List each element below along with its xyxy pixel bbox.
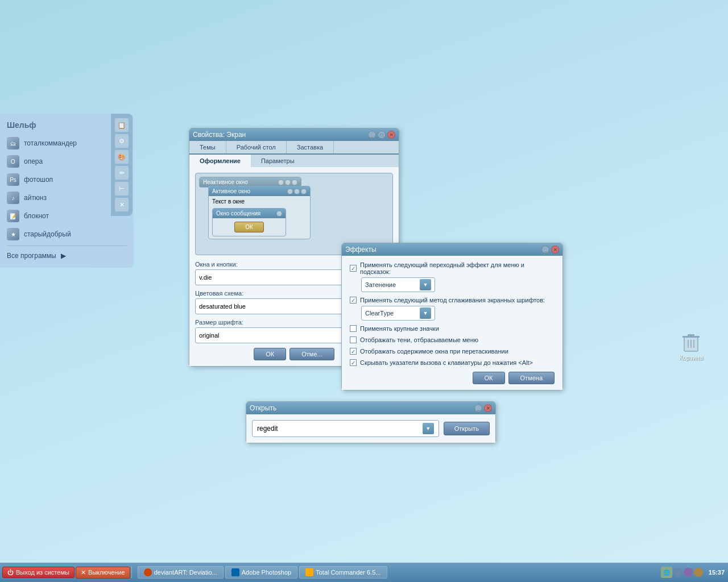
- hide-keys-label: Скрывать указатели вызова с клавиатуры д…: [360, 359, 533, 366]
- shelf-item-label: тоталкоммандер: [24, 139, 77, 147]
- taskbar-item-label: Adobe Photoshop: [242, 569, 291, 576]
- shelf-item-label: фотошоп: [24, 176, 53, 184]
- tray-icon-3[interactable]: [684, 568, 693, 577]
- all-programs-label: Все программы: [7, 252, 56, 260]
- shelf-item-label: айтюнз: [24, 194, 47, 202]
- checkbox-hide-keys[interactable]: [350, 359, 357, 366]
- open-button[interactable]: Открыть: [444, 422, 490, 435]
- effects-cancel-button[interactable]: Отмена: [508, 372, 555, 384]
- display-props-subtabs: Оформление Параметры: [189, 155, 399, 167]
- preview-text: Текст в окне: [212, 198, 245, 205]
- checkbox-transition[interactable]: [350, 265, 357, 272]
- transition-label: Применять следующий переходный эффект дл…: [360, 261, 555, 275]
- taskbar-item-photoshop[interactable]: Adobe Photoshop: [225, 566, 297, 579]
- smoothing-select-row: ClearType ▼: [350, 306, 555, 321]
- open-input[interactable]: regedit ▼: [252, 420, 439, 437]
- preview-ok-button[interactable]: ОК: [234, 222, 264, 232]
- tray-icon-1[interactable]: 🌐: [661, 567, 672, 578]
- taskbar-start-group: ⏻ Выход из системы ✕ Выключение: [2, 567, 130, 579]
- transition-value: Затенение: [365, 281, 396, 288]
- open-input-value: regedit: [257, 425, 278, 433]
- logout-button[interactable]: ⏻ Выход из системы: [2, 567, 75, 578]
- shutdown-label: Выключение: [88, 569, 125, 576]
- close-button[interactable]: ✕: [387, 131, 395, 139]
- shelf-right-icon-4[interactable]: ✏: [115, 166, 129, 180]
- tab-screensaver[interactable]: Заставка: [287, 141, 334, 153]
- desktop: Шельф 🗂 тоталкоммандер O опера Ps фотошо…: [0, 0, 728, 582]
- display-props-ok-button[interactable]: ОК: [254, 348, 286, 360]
- taskbar-item-commander[interactable]: Total Commander 6.5...: [299, 566, 387, 579]
- open-input-arrow[interactable]: ▼: [423, 423, 434, 434]
- effects-option-drag-label: Отображать содержимое окна при перетаски…: [350, 348, 555, 355]
- pw-btn: [285, 180, 291, 185]
- effects-option-drag: Отображать содержимое окна при перетаски…: [350, 348, 555, 355]
- shutdown-button[interactable]: ✕ Выключение: [76, 567, 130, 579]
- effects-buttons: ОК Отмена: [350, 372, 555, 384]
- taskbar-items: deviantART: Deviatio... Adobe Photoshop …: [138, 566, 387, 579]
- shelf-all-programs[interactable]: Все программы ▶: [0, 248, 134, 263]
- shelf-right-icon-2[interactable]: ⚙: [115, 134, 129, 148]
- effects-option-hide-keys-label: Скрывать указатели вызова с клавиатуры д…: [350, 359, 555, 366]
- tab-desktop[interactable]: Рабочий стол: [226, 141, 287, 153]
- arrow-icon: ▶: [61, 252, 66, 260]
- checkbox-smoothing[interactable]: [350, 297, 357, 304]
- shelf-item-label: блокнот: [24, 212, 49, 220]
- preview-active-titlebar: Активное окно: [209, 186, 310, 196]
- shelf-right-icon-1[interactable]: 📋: [115, 118, 129, 132]
- checkbox-drag[interactable]: [350, 348, 357, 355]
- effects-option-large-icons: Применять крупные значки: [350, 325, 555, 332]
- display-props-cancel-button[interactable]: Отме...: [289, 348, 334, 360]
- logout-label: Выход из системы: [16, 569, 69, 576]
- shutdown-icon: ✕: [81, 569, 86, 576]
- effects-titlebar[interactable]: Эффекты _ ✕: [342, 243, 562, 256]
- minimize-button[interactable]: _: [368, 131, 376, 139]
- trash-icon[interactable]: Корзина: [677, 330, 705, 363]
- effects-option-smoothing-label: Применять следующий метод сглаживания эк…: [350, 297, 555, 304]
- effects-option-transition: Применять следующий переходный эффект дл…: [350, 261, 555, 292]
- checkbox-shadows[interactable]: [350, 336, 357, 343]
- shelf-right-icons: 📋 ⚙ 🎨 ✏ ⊢ ✕: [111, 114, 133, 216]
- effects-option-shadows: Отображать тени, отбрасываемые меню: [350, 336, 555, 343]
- preview-active-window: Активное окно Текст в окне Окно сообще: [208, 186, 311, 239]
- color-scheme-value: desaturated blue: [199, 303, 246, 310]
- effects-ok-button[interactable]: ОК: [473, 372, 505, 384]
- display-properties-titlebar[interactable]: Свойства: Экран _ □ ✕: [189, 128, 399, 141]
- shadows-label: Отображать тени, отбрасываемые меню: [360, 336, 478, 343]
- taskbar-tray: 🌐 15:37: [661, 567, 725, 578]
- subtab-parameters[interactable]: Параметры: [251, 155, 305, 167]
- photoshop-icon: Ps: [7, 173, 19, 186]
- window-controls: _ □ ✕: [368, 131, 395, 139]
- tray-icon-4[interactable]: [694, 568, 703, 577]
- open-minimize-button[interactable]: _: [474, 404, 482, 412]
- checkbox-large-icons[interactable]: [350, 325, 357, 332]
- shelf-right-icon-5[interactable]: ⊢: [115, 182, 129, 196]
- preview-msgbox-title: Окно сообщения: [216, 210, 260, 217]
- tab-themes[interactable]: Темы: [189, 141, 226, 153]
- pw-btn: [278, 180, 284, 185]
- taskbar-separator: [131, 567, 132, 578]
- shelf-right-icon-3[interactable]: 🎨: [115, 150, 129, 164]
- effects-close-button[interactable]: ✕: [551, 246, 559, 253]
- preview-active-body: Текст в окне Окно сообщения ОК: [209, 196, 310, 239]
- smoothing-select[interactable]: ClearType ▼: [361, 306, 435, 321]
- shelf-item-old[interactable]: ★ старыйдобрый: [0, 225, 134, 243]
- preview-msgbox: Окно сообщения ОК: [212, 208, 286, 236]
- taskbar-item-deviantart[interactable]: deviantART: Deviatio...: [138, 566, 224, 579]
- tray-icon-2[interactable]: [673, 568, 682, 577]
- shelf-right-icon-6[interactable]: ✕: [115, 198, 129, 211]
- select-arrow-icon[interactable]: ▼: [420, 279, 431, 290]
- open-dialog: Открыть _ ✕ regedit ▼ Открыть: [246, 401, 496, 443]
- select-arrow-icon[interactable]: ▼: [420, 307, 431, 319]
- open-dialog-titlebar[interactable]: Открыть _ ✕: [246, 402, 495, 414]
- transition-select[interactable]: Затенение ▼: [361, 277, 435, 292]
- smoothing-label: Применять следующий метод сглаживания эк…: [360, 297, 545, 304]
- shelf-item-label: опера: [24, 157, 43, 165]
- effects-minimize-button[interactable]: _: [541, 246, 549, 253]
- subtab-appearance[interactable]: Оформление: [189, 155, 251, 167]
- open-close-button[interactable]: ✕: [484, 404, 492, 412]
- preview-msgbox-body: ОК: [213, 218, 286, 236]
- maximize-button[interactable]: □: [378, 131, 386, 139]
- effects-option-large-icons-label: Применять крупные значки: [350, 325, 555, 332]
- notepad-icon: 📝: [7, 210, 19, 222]
- shelf-item-label: старыйдобрый: [24, 230, 71, 238]
